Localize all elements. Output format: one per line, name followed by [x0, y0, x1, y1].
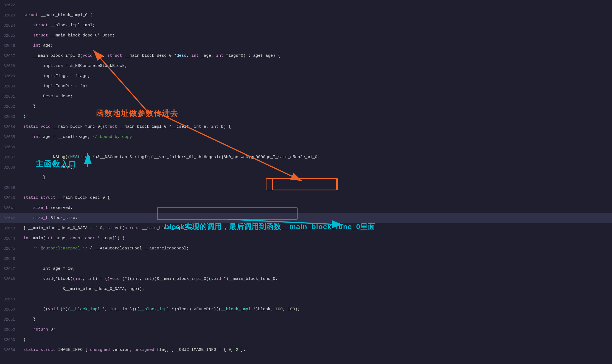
code-content: static struct IMAGE_INFO { unsigned vers…: [21, 345, 246, 355]
line-number: 32632: [0, 104, 21, 109]
code-line: 32651 }: [0, 314, 612, 325]
code-line: 32638 age);: [0, 162, 612, 172]
code-line: 32647 int age = 10;: [0, 264, 612, 274]
code-line: 32637 NSLog((NSString *)&__NSConstantStr…: [0, 152, 612, 162]
line-number: 32624: [0, 23, 21, 28]
code-line: 32650 ((void (*)(__block_impl *, int, in…: [0, 304, 612, 314]
code-content: int age;: [21, 41, 53, 51]
line-number: 32645: [0, 246, 21, 251]
line-number: 32652: [0, 328, 21, 332]
code-line: 32630 impl.FuncPtr = fp;: [0, 81, 612, 91]
code-line: 32639: [0, 183, 612, 193]
line-number: 32627: [0, 54, 21, 58]
line-number: 32623: [0, 13, 21, 18]
code-line: 32649: [0, 294, 612, 304]
code-content: /* @autoreleasepool */ { __AtAutorelease…: [21, 243, 189, 254]
line-number: 32636: [0, 145, 21, 149]
line-number: 32641: [0, 206, 21, 210]
code-content: NSLog((NSString *)&__NSConstantStringImp…: [21, 152, 320, 162]
code-line: }: [0, 172, 612, 183]
line-number: 32634: [0, 125, 21, 129]
line-number: 32631: [0, 94, 21, 99]
code-line: 32641 size_t reserved;: [0, 203, 612, 213]
code-line: 32626 int age;: [0, 41, 612, 51]
line-number: 32625: [0, 33, 21, 38]
code-content: __main_block_impl_0(void *fp, struct __m…: [21, 51, 280, 61]
line-number: 32654: [0, 348, 21, 352]
code-line: 32623struct __main_block_impl_0 {: [0, 10, 612, 20]
code-line: 32648 void(*blcok)(int, int) = ((void (*…: [0, 274, 612, 284]
code-content: void(*blcok)(int, int) = ((void (*)(int,…: [21, 274, 278, 284]
code-line: 32654static struct IMAGE_INFO { unsigned…: [0, 345, 612, 355]
code-line: 32628 impl.isa = &_NSConcreteStackBlock;: [0, 61, 612, 71]
code-line: 32622: [0, 0, 612, 10]
code-line: 32640static struct __main_block_desc_0 {: [0, 193, 612, 203]
code-line: 32625 struct __main_block_desc_0* Desc;: [0, 30, 612, 41]
code-line: 32634static void __main_block_func_0(str…: [0, 122, 612, 132]
code-line: 32652 return 0;: [0, 325, 612, 335]
line-number: 32622: [0, 3, 21, 7]
code-content: return 0;: [21, 325, 55, 335]
code-line: 32629 impl.Flags = flags;: [0, 71, 612, 81]
code-content: }: [21, 101, 36, 112]
code-content: ((void (*)(__block_impl *, int, int})((_…: [21, 304, 300, 314]
line-number: 32629: [0, 74, 21, 78]
code-line: 32624 struct __block_impl impl;: [0, 20, 612, 30]
line-number: 32646: [0, 257, 21, 261]
code-line: 32632 }: [0, 101, 612, 112]
code-line: 32633};: [0, 112, 612, 122]
code-content: int age = __cself->age; // bound by copy: [21, 132, 132, 142]
code-line: 32636: [0, 142, 612, 152]
line-number: 32644: [0, 236, 21, 241]
code-content: int age = 10;: [21, 264, 75, 274]
code-line: 32645 /* @autoreleasepool */ { __AtAutor…: [0, 243, 612, 254]
code-content: impl.isa = &_NSConcreteStackBlock;: [21, 61, 127, 71]
code-content: struct __main_block_desc_0* Desc;: [21, 30, 115, 41]
code-content: size_t reserved;: [21, 203, 73, 213]
code-content: impl.FuncPtr = fp;: [21, 81, 88, 91]
code-content: impl.Flags = flags;: [21, 71, 90, 81]
line-number: 32635: [0, 135, 21, 139]
code-content: &__main_block_desc_0_DATA, age));: [21, 284, 144, 294]
line-number: 32637: [0, 155, 21, 160]
line-number: 32653: [0, 338, 21, 342]
code-content: struct __block_impl impl;: [21, 20, 95, 30]
code-content: Desc = desc;: [21, 91, 73, 101]
code-line: 32631 Desc = desc;: [0, 91, 612, 101]
code-container: 3262232623struct __main_block_impl_0 {32…: [0, 0, 612, 364]
code-content: static struct __main_block_desc_0 {: [21, 193, 110, 203]
line-number: 32642: [0, 216, 21, 220]
line-number: 32648: [0, 277, 21, 281]
code-line: 32627 __main_block_impl_0(void *fp, stru…: [0, 51, 612, 61]
code-content: }: [21, 335, 26, 345]
code-content: static void __main_block_func_0(struct _…: [21, 122, 231, 132]
code-line: 32635 int age = __cself->age; // bound b…: [0, 132, 612, 142]
line-number: 32640: [0, 196, 21, 200]
code-line: 32643} __main_block_desc_0_DATA = { 0, s…: [0, 223, 612, 233]
code-content: };: [21, 112, 28, 122]
line-number: 32628: [0, 64, 21, 68]
code-content: }: [21, 172, 46, 183]
line-number: 32643: [0, 226, 21, 231]
code-content: struct __main_block_impl_0 {: [21, 10, 92, 20]
code-line: 32653}: [0, 335, 612, 345]
line-number: 32651: [0, 317, 21, 322]
code-content: size_t Block_size;: [21, 213, 78, 223]
code-line: 32642 size_t Block_size;: [0, 213, 612, 223]
line-number: 32638: [0, 165, 21, 170]
code-line: 32644int main(int argc, const char * arg…: [0, 233, 612, 243]
line-number: 32630: [0, 84, 21, 89]
code-content: }: [21, 314, 36, 325]
code-content: } __main_block_desc_0_DATA = { 0, sizeof…: [21, 223, 199, 233]
code-line: &__main_block_desc_0_DATA, age));: [0, 284, 612, 294]
code-content: int main(int argc, const char * argv[]) …: [21, 233, 125, 243]
code-content: age);: [21, 162, 75, 172]
line-number: 32650: [0, 307, 21, 312]
line-number: 32649: [0, 297, 21, 302]
line-number: 32647: [0, 267, 21, 271]
line-number: 32633: [0, 115, 21, 119]
code-line: 32646: [0, 254, 612, 264]
line-number: 32639: [0, 186, 21, 190]
line-number: 32626: [0, 44, 21, 48]
